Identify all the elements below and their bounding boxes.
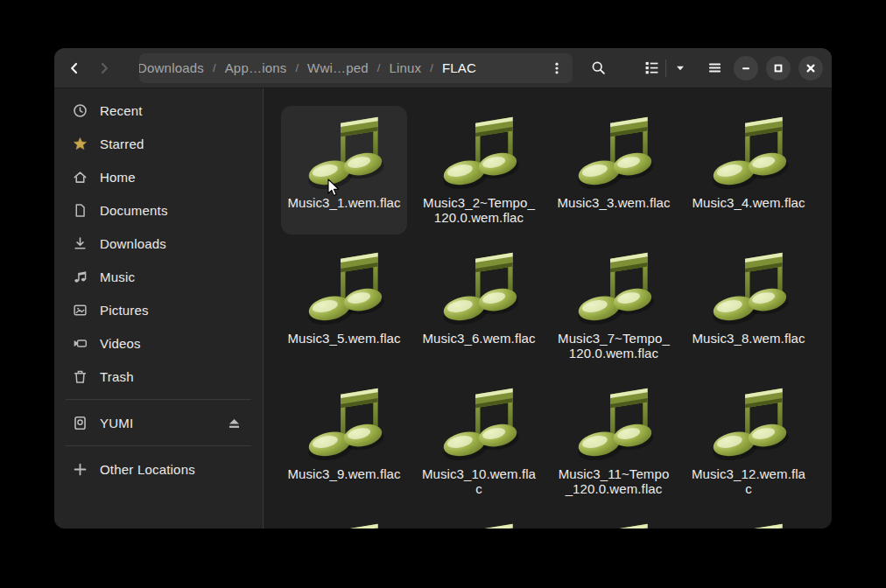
sidebar-item-label: Home — [100, 170, 136, 185]
file-manager-window: Downloads/App…ions/Wwi…ped/Linux/FLAC — [54, 48, 832, 528]
trash-icon — [73, 369, 88, 384]
sidebar-item-other-locations[interactable]: Other Locations — [61, 452, 256, 486]
sidebar-item-home[interactable]: Home — [61, 160, 256, 193]
sidebar-item-pictures[interactable]: Pictures — [61, 293, 256, 326]
file-name: Music3_2~Tempo_120.0.wem.flac — [420, 196, 538, 225]
music-note-icon — [301, 112, 387, 189]
sidebar-item-label: Other Locations — [100, 462, 195, 477]
music-note-icon — [706, 383, 791, 460]
sidebar-item-videos[interactable]: Videos — [61, 326, 256, 360]
search-button[interactable] — [583, 53, 613, 83]
music-note-icon — [301, 383, 387, 460]
sidebar-item-recent[interactable]: Recent — [61, 94, 256, 127]
file-name: Music3_8.wem.flac — [690, 332, 807, 346]
sidebar-devices: YUMI — [61, 406, 256, 439]
breadcrumb-separator: / — [427, 61, 436, 74]
breadcrumb-item[interactable]: App…ions — [219, 60, 293, 75]
sidebar-item-label: Music — [100, 270, 135, 284]
list-view-icon — [644, 60, 659, 75]
mouse-cursor-icon — [327, 178, 340, 197]
file-name: Music3_9.wem.flac — [285, 467, 403, 482]
file-tile[interactable]: Music3_12.wem.flac — [686, 377, 812, 506]
file-tile-partial[interactable] — [551, 513, 677, 528]
breadcrumb-separator: / — [292, 61, 301, 74]
plus-icon — [73, 462, 88, 477]
file-tile[interactable]: Music3_4.wem.flac — [686, 106, 812, 234]
file-tile[interactable]: Music3_9.wem.flac — [281, 377, 407, 506]
file-tile[interactable]: Music3_3.wem.flac — [551, 106, 677, 234]
sidebar-item-starred[interactable]: Starred — [61, 127, 256, 160]
file-name: Music3_10.wem.flac — [420, 467, 538, 496]
file-tile[interactable]: Music3_5.wem.flac — [281, 242, 407, 370]
music-icon — [73, 270, 88, 284]
breadcrumb-separator: / — [210, 61, 219, 74]
file-tile-partial[interactable] — [416, 513, 542, 528]
window-controls — [734, 56, 823, 80]
video-icon — [73, 336, 88, 351]
file-tile[interactable]: Music3_6.wem.flac — [416, 242, 542, 370]
back-button[interactable] — [60, 53, 89, 83]
document-icon — [73, 203, 88, 218]
sidebar-item-yumi[interactable]: YUMI — [61, 406, 256, 439]
file-grid-area[interactable]: Music3_1.wem.flacMusic3_2~Tempo_120.0.we… — [264, 88, 832, 528]
path-menu-button[interactable] — [545, 55, 569, 81]
sidebar-item-label: Recent — [100, 103, 143, 118]
music-note-icon — [706, 248, 791, 325]
sidebar-item-music[interactable]: Music — [61, 260, 256, 293]
close-button[interactable] — [798, 56, 823, 80]
forward-button[interactable] — [89, 53, 119, 83]
maximize-icon — [771, 61, 785, 75]
minimize-button[interactable] — [734, 56, 758, 80]
sidebar-item-trash[interactable]: Trash — [61, 360, 256, 393]
file-tile[interactable]: Music3_11~Tempo_120.0.wem.flac — [551, 377, 677, 506]
file-name: Music3_12.wem.flac — [690, 467, 807, 496]
minimize-icon — [739, 61, 753, 75]
sidebar-item-label: Trash — [100, 369, 134, 384]
drive-icon — [73, 416, 88, 430]
main-menu-button[interactable] — [700, 53, 729, 83]
music-note-icon — [571, 519, 657, 528]
path-bar[interactable]: Downloads/App…ions/Wwi…ped/Linux/FLAC — [139, 53, 573, 83]
sidebar-item-documents[interactable]: Documents — [61, 193, 256, 227]
eject-button[interactable] — [223, 412, 244, 433]
breadcrumb-item[interactable]: Wwi…ped — [301, 60, 375, 75]
sidebar-separator — [66, 399, 251, 400]
music-note-icon — [436, 519, 522, 528]
music-note-icon — [571, 112, 657, 189]
eject-icon — [227, 416, 242, 430]
breadcrumb-item[interactable]: Downloads — [139, 60, 210, 75]
view-options-button[interactable] — [666, 53, 694, 83]
music-note-icon — [436, 248, 522, 325]
file-name: Music3_7~Tempo_120.0.wem.flac — [555, 332, 672, 360]
breadcrumb-item[interactable]: FLAC — [436, 60, 482, 75]
maximize-button[interactable] — [766, 56, 791, 80]
file-name: Music3_6.wem.flac — [420, 332, 538, 346]
sidebar-item-label: Videos — [100, 336, 141, 351]
star-icon — [73, 136, 88, 151]
sidebar-item-downloads[interactable]: Downloads — [61, 227, 256, 260]
file-tile-partial[interactable] — [281, 513, 407, 528]
home-icon — [73, 170, 88, 185]
file-tile[interactable]: Music3_7~Tempo_120.0.wem.flac — [551, 242, 677, 370]
view-switcher — [637, 53, 694, 83]
file-tile[interactable]: Music3_8.wem.flac — [686, 242, 812, 370]
file-tile-partial[interactable] — [686, 513, 812, 528]
picture-icon — [73, 303, 88, 318]
file-tile[interactable]: Music3_1.wem.flac — [281, 106, 407, 234]
breadcrumb: Downloads/App…ions/Wwi…ped/Linux/FLAC — [139, 60, 545, 75]
file-tile[interactable]: Music3_10.wem.flac — [416, 377, 542, 506]
sidebar-item-label: Downloads — [100, 236, 166, 251]
sidebar-item-label: Pictures — [100, 303, 149, 318]
window-body: RecentStarredHomeDocumentsDownloadsMusic… — [54, 88, 832, 528]
breadcrumb-item[interactable]: Linux — [383, 60, 427, 75]
forward-icon — [97, 61, 111, 75]
sidebar: RecentStarredHomeDocumentsDownloadsMusic… — [54, 88, 264, 528]
file-tile[interactable]: Music3_2~Tempo_120.0.wem.flac — [416, 106, 542, 234]
file-name: Music3_3.wem.flac — [555, 196, 672, 211]
music-note-icon — [571, 248, 657, 325]
header-bar: Downloads/App…ions/Wwi…ped/Linux/FLAC — [54, 48, 832, 88]
recent-icon — [73, 103, 88, 118]
music-note-icon — [301, 519, 387, 528]
list-view-button[interactable] — [637, 53, 665, 83]
chevron-down-icon — [674, 62, 686, 74]
